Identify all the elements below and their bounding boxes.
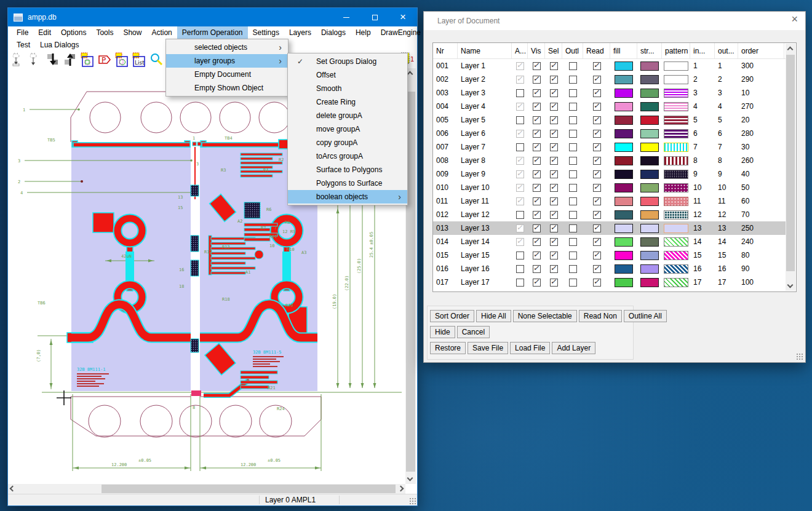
dialog-button[interactable]: Restore — [430, 342, 466, 354]
move-down-icon[interactable] — [46, 52, 60, 67]
selectable-checkbox[interactable] — [550, 130, 558, 138]
read-checkbox[interactable] — [593, 62, 601, 70]
menu-item[interactable]: move groupA — [288, 122, 407, 136]
column-header[interactable]: A... — [512, 43, 528, 58]
column-header[interactable]: order — [738, 43, 784, 58]
menubar-item[interactable]: Tools — [91, 26, 118, 39]
fill-color-swatch[interactable] — [615, 237, 633, 247]
layer-name[interactable]: Layer 14 — [458, 237, 512, 246]
menubar-item[interactable]: Show — [118, 26, 146, 39]
menubar-item[interactable]: Perform Operation — [177, 26, 248, 39]
pattern-swatch[interactable] — [664, 224, 688, 233]
table-row[interactable]: 010 Layer 10 10 10 50 — [433, 181, 786, 194]
stroke-color-swatch[interactable] — [640, 224, 659, 233]
outline-checkbox[interactable] — [569, 130, 577, 138]
move-up-icon[interactable] — [63, 52, 78, 67]
read-checkbox[interactable] — [593, 238, 601, 246]
table-row[interactable]: 006 Layer 6 6 6 280 — [433, 127, 786, 140]
menubar-item[interactable]: DrawEngine — [376, 26, 426, 39]
table-row[interactable]: 003 Layer 3 3 3 10 — [433, 86, 786, 100]
stroke-color-swatch[interactable] — [640, 183, 659, 192]
visible-checkbox[interactable] — [533, 76, 541, 84]
visible-checkbox[interactable] — [533, 265, 541, 273]
pattern-swatch[interactable] — [664, 291, 688, 292]
read-checkbox[interactable] — [593, 252, 601, 259]
stroke-color-swatch[interactable] — [640, 197, 659, 206]
pattern-swatch[interactable] — [664, 129, 688, 138]
layer-name[interactable]: Layer 15 — [458, 251, 512, 259]
visible-checkbox[interactable] — [533, 89, 541, 97]
stroke-color-swatch[interactable] — [640, 264, 659, 274]
outline-checkbox[interactable] — [569, 279, 577, 287]
column-header[interactable]: Outl — [562, 43, 583, 58]
dialog-resize-grip[interactable] — [796, 353, 803, 360]
menubar-item[interactable]: Edit — [33, 26, 56, 39]
visible-checkbox[interactable] — [533, 130, 541, 138]
visible-checkbox[interactable] — [533, 116, 541, 124]
layer-name[interactable]: Layer 1 — [458, 61, 512, 70]
a-checkbox[interactable] — [516, 265, 524, 273]
menu-item[interactable]: selected objects — [166, 41, 288, 54]
a-checkbox[interactable] — [516, 130, 524, 138]
stroke-color-swatch[interactable] — [640, 237, 659, 247]
a-checkbox[interactable] — [516, 62, 524, 70]
selectable-checkbox[interactable] — [550, 238, 558, 246]
selectable-checkbox[interactable] — [550, 62, 558, 70]
a-checkbox[interactable] — [516, 211, 524, 219]
pattern-swatch[interactable] — [664, 251, 688, 260]
fill-color-swatch[interactable] — [615, 224, 633, 233]
layer-name[interactable]: Layer 16 — [458, 264, 512, 273]
outline-checkbox[interactable] — [569, 224, 577, 232]
read-checkbox[interactable] — [593, 170, 601, 178]
outline-checkbox[interactable] — [569, 157, 577, 165]
selectable-checkbox[interactable] — [550, 76, 558, 84]
dialog-button[interactable]: Hide All — [476, 310, 511, 322]
layer-name[interactable]: Layer 6 — [458, 129, 512, 138]
pattern-swatch[interactable] — [664, 143, 688, 152]
fill-color-swatch[interactable] — [615, 210, 633, 220]
dialog-title-bar[interactable]: Layer of Document — [424, 12, 805, 30]
stroke-color-swatch[interactable] — [640, 210, 659, 220]
menubar-item[interactable]: Options — [56, 26, 91, 39]
column-header[interactable]: Name — [458, 43, 512, 58]
dialog-button[interactable]: Outline All — [624, 310, 667, 322]
fill-color-swatch[interactable] — [615, 170, 633, 179]
place-component-icon[interactable] — [11, 52, 26, 67]
layer-name[interactable]: Layer 10 — [458, 183, 512, 192]
table-row[interactable]: 013 Layer 13 13 13 250 — [433, 221, 786, 235]
menubar-item[interactable]: Help — [351, 26, 376, 39]
layer-name[interactable]: Layer 8 — [458, 156, 512, 165]
column-header[interactable]: fill — [610, 43, 637, 58]
dialog-close-icon[interactable] — [791, 13, 798, 26]
menu-item[interactable]: Offset — [288, 68, 407, 82]
resize-grip[interactable] — [409, 497, 416, 504]
pattern-swatch[interactable] — [664, 237, 688, 247]
fill-color-swatch[interactable] — [615, 156, 633, 165]
table-row[interactable] — [433, 289, 786, 291]
menu-item[interactable]: delete groupA — [288, 109, 407, 122]
visible-checkbox[interactable] — [533, 143, 541, 151]
pattern-swatch[interactable] — [664, 75, 688, 84]
scroll-down-icon[interactable] — [787, 282, 794, 288]
dialog-button[interactable]: Hide — [430, 326, 455, 338]
list-icon[interactable]: List — [132, 52, 146, 67]
dialog-button[interactable]: Save File — [468, 342, 508, 354]
menu-item[interactable]: copy groupA — [288, 136, 407, 149]
horizontal-scrollbar[interactable] — [8, 484, 405, 494]
read-checkbox[interactable] — [593, 184, 601, 192]
fill-color-swatch[interactable] — [615, 183, 633, 192]
read-checkbox[interactable] — [593, 224, 601, 232]
stroke-color-swatch[interactable] — [640, 143, 659, 152]
fill-color-swatch[interactable] — [615, 75, 633, 84]
pattern-swatch[interactable] — [664, 170, 688, 179]
stroke-color-swatch[interactable] — [640, 129, 659, 138]
table-scroll-thumb[interactable] — [786, 55, 795, 271]
pattern-swatch[interactable] — [664, 156, 688, 165]
table-row[interactable]: 009 Layer 9 9 9 40 — [433, 167, 786, 181]
selectable-checkbox[interactable] — [550, 103, 558, 111]
selectable-checkbox[interactable] — [550, 279, 558, 287]
layer-name[interactable]: Layer 3 — [458, 89, 512, 97]
menu-item[interactable]: boolean objects — [288, 190, 407, 204]
table-row[interactable]: 001 Layer 1 1 1 300 — [433, 59, 786, 73]
outline-checkbox[interactable] — [569, 211, 577, 219]
